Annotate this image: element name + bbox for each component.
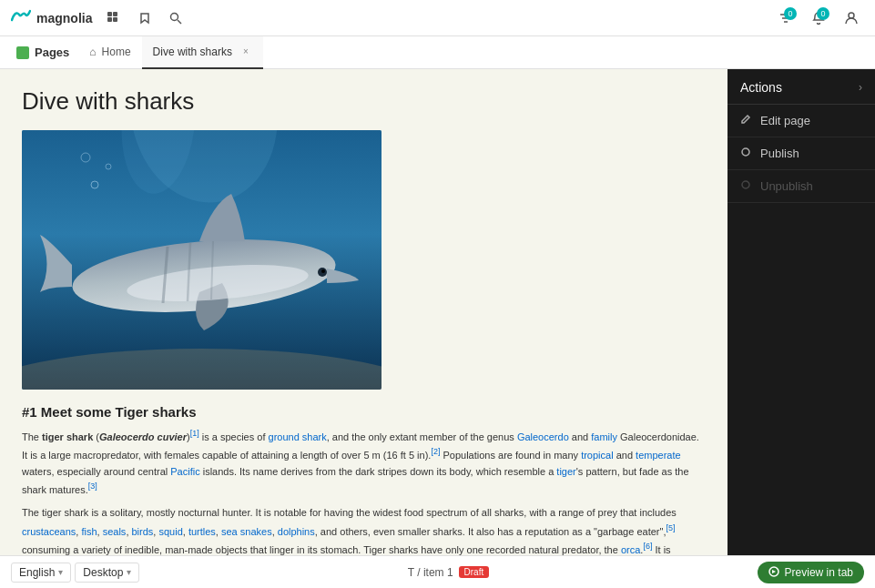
page-content: Dive with sharks xyxy=(0,69,727,555)
draft-badge: Draft xyxy=(459,566,490,578)
actions-header: Actions › xyxy=(727,69,875,105)
unpublish-action[interactable]: Unpublish xyxy=(727,170,875,203)
actions-panel: Actions › Edit page xyxy=(727,69,875,555)
logo-icon xyxy=(11,7,31,28)
language-label: English xyxy=(19,566,55,579)
pages-text: Pages xyxy=(35,46,69,59)
bottom-bar: English ▾ Desktop ▾ T / item 1 Draft xyxy=(0,555,875,588)
tab-dive-with-sharks[interactable]: Dive with sharks × xyxy=(142,36,263,69)
pages-icon xyxy=(16,46,29,59)
status-text: T / item 1 xyxy=(408,566,453,579)
filter-badge: 0 xyxy=(784,7,797,20)
main-area: Pages ⌂ Home Dive with sharks × Dive wit… xyxy=(0,36,875,588)
nav-right: 0 0 xyxy=(773,5,864,31)
apps-button[interactable] xyxy=(101,5,127,31)
actions-title: Actions xyxy=(740,80,782,95)
tab-dive-label: Dive with sharks xyxy=(153,46,232,58)
unpublish-icon xyxy=(740,179,751,193)
device-chevron: ▾ xyxy=(127,567,131,577)
edit-icon xyxy=(740,114,751,127)
publish-icon xyxy=(740,147,751,160)
bottom-center: T / item 1 Draft xyxy=(408,566,489,579)
tab-home-label: Home xyxy=(102,46,131,58)
publish-action[interactable]: Publish xyxy=(727,137,875,170)
svg-rect-2 xyxy=(113,12,117,16)
nav-icons xyxy=(101,5,188,31)
logo: magnolia xyxy=(11,7,92,28)
home-icon: ⌂ xyxy=(89,46,96,58)
pages-bar: Pages ⌂ Home Dive with sharks × xyxy=(0,36,875,69)
notification-button[interactable]: 0 xyxy=(806,5,831,31)
filter-button[interactable]: 0 xyxy=(773,5,799,31)
publish-label: Publish xyxy=(760,147,799,160)
edit-page-action[interactable]: Edit page xyxy=(727,105,875,137)
language-select[interactable]: English ▾ xyxy=(11,563,71,583)
device-label: Desktop xyxy=(83,566,123,579)
logo-label: magnolia xyxy=(36,11,92,25)
svg-point-14 xyxy=(321,269,325,273)
content-area: Dive with sharks xyxy=(0,69,875,555)
bookmark-button[interactable] xyxy=(132,5,158,31)
svg-line-5 xyxy=(178,20,181,24)
user-button[interactable] xyxy=(839,5,864,31)
nav-left: magnolia xyxy=(11,5,188,31)
svg-point-4 xyxy=(171,13,178,20)
bottom-left: English ▾ Desktop ▾ xyxy=(11,563,139,583)
paragraph-2: The tiger shark is a solitary, mostly no… xyxy=(22,505,706,555)
svg-rect-0 xyxy=(107,12,112,16)
paragraph-1: The tiger shark (Galeocerdo cuvier)[1] i… xyxy=(22,427,706,498)
notif-badge: 0 xyxy=(817,7,829,20)
shark-image xyxy=(22,130,382,390)
app-body: Pages ⌂ Home Dive with sharks × Dive wit… xyxy=(0,36,875,588)
svg-point-22 xyxy=(742,181,749,188)
pages-label: Pages xyxy=(7,36,78,68)
top-nav: magnolia xyxy=(0,0,875,36)
search-button[interactable] xyxy=(163,5,188,31)
page-title: Dive with sharks xyxy=(22,87,706,116)
section-heading: #1 Meet some Tiger sharks xyxy=(22,404,706,420)
language-chevron: ▾ xyxy=(58,567,63,577)
preview-label: Preview in tab xyxy=(785,566,853,579)
tab-close-button[interactable]: × xyxy=(239,46,252,58)
preview-button[interactable]: Preview in tab xyxy=(758,562,864,583)
preview-icon xyxy=(768,566,779,579)
tab-home[interactable]: ⌂ Home xyxy=(78,36,141,69)
actions-chevron[interactable]: › xyxy=(859,81,862,94)
svg-rect-3 xyxy=(113,17,117,22)
edit-page-label: Edit page xyxy=(760,114,810,127)
tab-list: ⌂ Home Dive with sharks × xyxy=(78,36,263,69)
svg-point-6 xyxy=(849,13,854,18)
device-select[interactable]: Desktop ▾ xyxy=(75,563,139,583)
svg-rect-1 xyxy=(107,17,112,22)
svg-point-21 xyxy=(742,148,749,156)
unpublish-label: Unpublish xyxy=(760,179,813,193)
